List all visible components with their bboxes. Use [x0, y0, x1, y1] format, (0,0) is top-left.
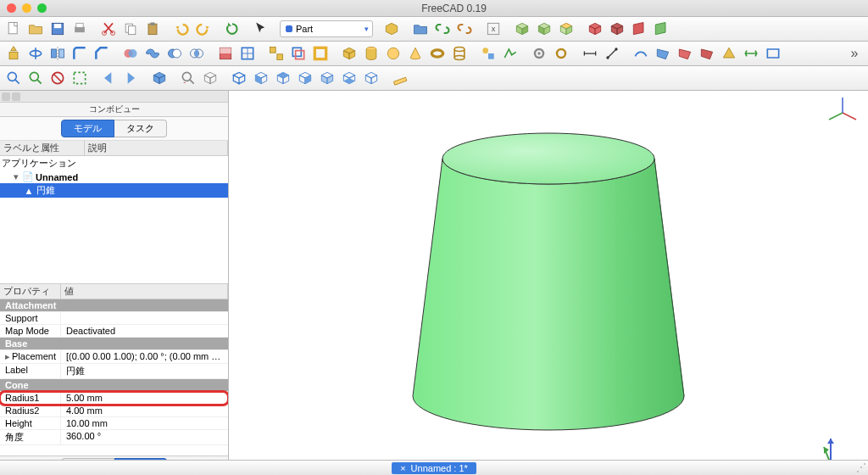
- expand-icon[interactable]: ▸: [5, 351, 10, 362]
- prim-sphere-icon[interactable]: [383, 43, 403, 64]
- surf1-icon[interactable]: [631, 43, 651, 64]
- measure1-icon[interactable]: [580, 43, 600, 64]
- tab-task[interactable]: タスク: [114, 120, 167, 137]
- goto-link-icon[interactable]: [149, 68, 170, 88]
- minimize-window-button[interactable]: [22, 3, 31, 13]
- panel-close-button[interactable]: [12, 92, 20, 101]
- print-button[interactable]: [70, 19, 90, 39]
- prim-cone-icon[interactable]: [405, 43, 426, 64]
- pointer-button[interactable]: [251, 19, 271, 39]
- iso1-button[interactable]: [512, 19, 532, 39]
- gear1-icon[interactable]: [529, 43, 549, 64]
- view-top-icon[interactable]: [273, 68, 293, 88]
- folder-button[interactable]: [410, 19, 431, 39]
- workbench-selector[interactable]: Part: [280, 20, 373, 37]
- extrude-icon[interactable]: [3, 43, 24, 64]
- view-iso-icon[interactable]: [229, 68, 249, 88]
- prop-row-height[interactable]: Height10.00 mm: [0, 417, 228, 430]
- boolean-icon[interactable]: [120, 43, 141, 64]
- offset-icon[interactable]: [288, 43, 309, 64]
- red-cube2-icon[interactable]: [607, 19, 627, 39]
- new-doc-button[interactable]: [3, 19, 24, 39]
- prop-row-radius2[interactable]: Radius24.00 mm: [0, 405, 228, 417]
- red-panel-icon[interactable]: [629, 19, 649, 39]
- panel-float-button[interactable]: [2, 92, 10, 101]
- measure2-icon[interactable]: [602, 43, 622, 64]
- resize-grip-icon[interactable]: ⋰: [856, 461, 866, 473]
- cut-button[interactable]: [98, 19, 119, 39]
- fit-sel-icon[interactable]: [25, 68, 46, 88]
- paste-button[interactable]: [142, 19, 163, 39]
- tree-item-cone[interactable]: ▲ 円錐: [0, 183, 228, 198]
- bounding-icon[interactable]: [70, 68, 90, 88]
- view-left-icon[interactable]: [361, 68, 381, 88]
- prop-row-label[interactable]: Label円錐: [0, 364, 228, 379]
- prop-row-placement[interactable]: ▸Placement[(0.00 0.00 1.00); 0.00 °; (0.…: [0, 350, 228, 364]
- copy-button[interactable]: [120, 19, 141, 39]
- tree-doc[interactable]: ▾ 📄 Unnamed: [0, 170, 228, 183]
- chamfer-icon[interactable]: [92, 43, 112, 64]
- red-cube1-icon[interactable]: [585, 19, 605, 39]
- prim-tube-icon[interactable]: [449, 43, 470, 64]
- measure-tool-icon[interactable]: [390, 68, 410, 88]
- view-right-icon[interactable]: [295, 68, 315, 88]
- surf2-icon[interactable]: [653, 43, 673, 64]
- revolve-icon[interactable]: [25, 43, 46, 64]
- draw-style-icon[interactable]: [47, 68, 68, 88]
- link-actions-button[interactable]: [454, 19, 475, 39]
- property-grid[interactable]: Attachment Support Map ModeDeactivated B…: [0, 299, 228, 455]
- prop-row-angle[interactable]: 角度360.00 °: [0, 430, 228, 445]
- union-icon[interactable]: [142, 43, 163, 64]
- prop-row-radius1[interactable]: Radius15.00 mm: [0, 392, 228, 405]
- prop-row-mapmode[interactable]: Map ModeDeactivated: [0, 325, 228, 338]
- sel-fwd-icon[interactable]: [200, 68, 220, 88]
- view-rear-icon[interactable]: [317, 68, 337, 88]
- tab-model[interactable]: モデル: [61, 120, 114, 137]
- cross-icon[interactable]: [237, 43, 258, 64]
- surf5-icon[interactable]: [719, 43, 739, 64]
- thickness-icon[interactable]: [310, 43, 331, 64]
- fillet-icon[interactable]: [70, 43, 90, 64]
- prim-torus-icon[interactable]: [427, 43, 448, 64]
- redo-button[interactable]: [193, 19, 214, 39]
- prop-row-support[interactable]: Support: [0, 312, 228, 325]
- primitives-icon[interactable]: [478, 43, 498, 64]
- var-set-button[interactable]: x: [483, 19, 504, 39]
- status-doc-tab[interactable]: × Unnamed : 1*: [392, 462, 476, 474]
- close-doc-icon[interactable]: ×: [400, 463, 405, 473]
- surf3-icon[interactable]: [675, 43, 695, 64]
- part-group-icon[interactable]: [381, 19, 402, 39]
- zoom-window-button[interactable]: [37, 3, 47, 13]
- nav-left-icon[interactable]: [98, 68, 119, 88]
- surf4-icon[interactable]: [697, 43, 717, 64]
- iso3-button[interactable]: [556, 19, 576, 39]
- mirror-icon[interactable]: [47, 43, 68, 64]
- section-icon[interactable]: [215, 43, 236, 64]
- cut-bool-icon[interactable]: [164, 43, 185, 64]
- surf7-icon[interactable]: [763, 43, 783, 64]
- tree-root[interactable]: アプリケーション: [0, 156, 228, 170]
- view-front-icon[interactable]: [251, 68, 271, 88]
- green-panel-icon[interactable]: [651, 19, 671, 39]
- undo-button[interactable]: [171, 19, 192, 39]
- save-button[interactable]: [47, 19, 68, 39]
- compound-icon[interactable]: [266, 43, 287, 64]
- surf6-icon[interactable]: [741, 43, 761, 64]
- disclosure-triangle-icon[interactable]: ▾: [12, 171, 20, 182]
- link-make-button[interactable]: [432, 19, 453, 39]
- view-bottom-icon[interactable]: [339, 68, 359, 88]
- model-tree[interactable]: アプリケーション ▾ 📄 Unnamed ▲ 円錐: [0, 156, 228, 283]
- iso2-button[interactable]: [534, 19, 554, 39]
- toolbar-overflow[interactable]: »: [844, 46, 865, 61]
- intersect-icon[interactable]: [186, 43, 207, 64]
- shapebuilder-icon[interactable]: [500, 43, 520, 64]
- refresh-button[interactable]: [222, 19, 242, 39]
- sel-back-icon[interactable]: -: [178, 68, 198, 88]
- gear2-icon[interactable]: [551, 43, 571, 64]
- close-window-button[interactable]: [7, 3, 16, 13]
- 3d-viewport[interactable]: [229, 91, 868, 475]
- nav-right-icon[interactable]: [120, 68, 141, 88]
- open-button[interactable]: [25, 19, 46, 39]
- fit-all-icon[interactable]: [3, 68, 24, 88]
- prim-box-icon[interactable]: [339, 43, 359, 64]
